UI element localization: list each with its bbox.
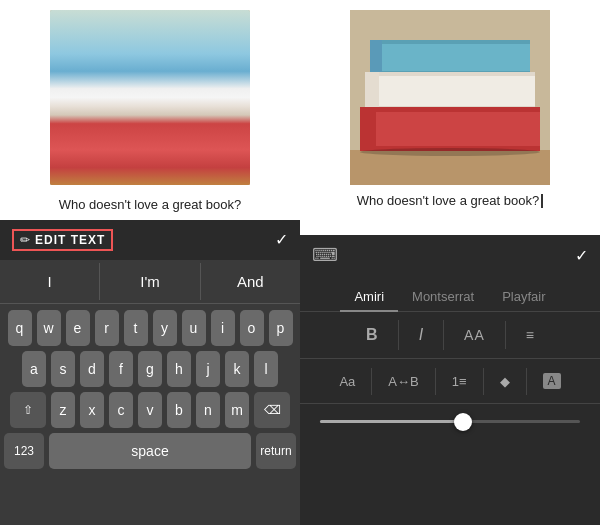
- suggestion-3[interactable]: And: [201, 263, 300, 300]
- key-a[interactable]: a: [22, 351, 46, 387]
- keyboard-row-1: q w e r t y u i o p: [4, 310, 296, 346]
- key-e[interactable]: e: [66, 310, 90, 346]
- font-montserrat[interactable]: Montserrat: [398, 283, 488, 312]
- pencil-icon: ✏: [20, 233, 30, 247]
- left-book-image: [50, 10, 250, 185]
- right-caption: Who doesn't love a great book?: [357, 185, 543, 216]
- toolbar-top-row: ⌨ ✓: [300, 235, 600, 275]
- style-buttons-row: B I AA ≡: [300, 312, 600, 359]
- line-height-label: 1≡: [452, 374, 467, 389]
- svg-rect-18: [370, 40, 530, 44]
- svg-rect-21: [365, 72, 535, 110]
- font-size-slider[interactable]: [320, 420, 580, 423]
- key-r[interactable]: r: [95, 310, 119, 346]
- key-h[interactable]: h: [167, 351, 191, 387]
- right-checkmark-button[interactable]: ✓: [575, 246, 588, 265]
- key-t[interactable]: t: [124, 310, 148, 346]
- svg-rect-9: [65, 72, 79, 110]
- key-o[interactable]: o: [240, 310, 264, 346]
- svg-rect-1: [50, 150, 250, 185]
- svg-rect-11: [60, 107, 240, 112]
- key-x[interactable]: x: [80, 392, 104, 428]
- svg-rect-6: [65, 72, 235, 110]
- key-c[interactable]: c: [109, 392, 133, 428]
- svg-rect-4: [70, 71, 230, 75]
- font-selector: Amiri Montserrat Playfair: [300, 275, 600, 312]
- key-p[interactable]: p: [269, 310, 293, 346]
- background-button[interactable]: A: [527, 367, 577, 395]
- edit-text-label: EDIT TEXT: [35, 233, 105, 247]
- svg-rect-28: [360, 107, 376, 151]
- key-d[interactable]: d: [80, 351, 104, 387]
- key-k[interactable]: k: [225, 351, 249, 387]
- key-shift[interactable]: ⇧: [10, 392, 46, 428]
- left-checkmark-button[interactable]: ✓: [275, 230, 288, 249]
- svg-rect-8: [65, 106, 235, 110]
- svg-rect-3: [70, 40, 230, 44]
- key-backspace[interactable]: ⌫: [254, 392, 290, 428]
- edit-text-outline[interactable]: ✏ EDIT TEXT: [12, 229, 113, 251]
- svg-rect-25: [360, 107, 540, 151]
- italic-button[interactable]: I: [399, 320, 444, 350]
- font-size-label: Aa: [339, 374, 355, 389]
- color-button[interactable]: ◆: [484, 368, 527, 395]
- align-button[interactable]: ≡: [506, 321, 554, 349]
- key-f[interactable]: f: [109, 351, 133, 387]
- svg-rect-26: [360, 107, 540, 112]
- right-panel: Who doesn't love a great book? ⌨ ✓ Amiri…: [300, 0, 600, 525]
- keyboard-row-3: ⇧ z x c v b n m ⌫: [4, 392, 296, 428]
- svg-rect-22: [365, 72, 535, 76]
- key-space[interactable]: space: [49, 433, 251, 469]
- left-panel: Who doesn't love a great book? ✏ EDIT TE…: [0, 0, 300, 525]
- key-i[interactable]: i: [211, 310, 235, 346]
- key-q[interactable]: q: [8, 310, 32, 346]
- key-j[interactable]: j: [196, 351, 220, 387]
- key-b[interactable]: b: [167, 392, 191, 428]
- svg-rect-12: [60, 146, 240, 151]
- svg-rect-20: [370, 40, 382, 75]
- letter-spacing-label: A↔B: [388, 374, 418, 389]
- key-n[interactable]: n: [196, 392, 220, 428]
- key-m[interactable]: m: [225, 392, 249, 428]
- suggestion-1[interactable]: I: [0, 263, 100, 300]
- left-caption: Who doesn't love a great book?: [59, 185, 241, 220]
- svg-point-29: [360, 148, 540, 156]
- key-v[interactable]: v: [138, 392, 162, 428]
- slider-thumb[interactable]: [454, 413, 472, 431]
- letter-spacing-button[interactable]: A↔B: [372, 368, 435, 395]
- font-playfair[interactable]: Playfair: [488, 283, 559, 312]
- font-size-button[interactable]: Aa: [323, 368, 372, 395]
- svg-rect-10: [60, 107, 240, 151]
- edit-text-left-group: ✏ EDIT TEXT: [12, 229, 113, 251]
- svg-rect-2: [70, 40, 230, 75]
- svg-rect-17: [370, 40, 530, 75]
- color-icon: ◆: [500, 374, 510, 389]
- edit-text-bar[interactable]: ✏ EDIT TEXT ✓: [0, 220, 300, 260]
- slider-row: [300, 404, 600, 439]
- key-y[interactable]: y: [153, 310, 177, 346]
- key-return[interactable]: return: [256, 433, 296, 469]
- key-l[interactable]: l: [254, 351, 278, 387]
- svg-rect-24: [365, 72, 379, 110]
- key-u[interactable]: u: [182, 310, 206, 346]
- keyboard-row-2: a s d f g h j k l: [4, 351, 296, 387]
- text-cursor: [541, 194, 543, 208]
- suggestion-2[interactable]: I'm: [100, 263, 200, 300]
- svg-rect-5: [70, 40, 82, 75]
- keyboard-icon[interactable]: ⌨: [312, 244, 338, 266]
- svg-rect-7: [65, 72, 235, 76]
- left-phone-card: Who doesn't love a great book?: [0, 0, 300, 220]
- caps-button[interactable]: AA: [444, 321, 506, 349]
- bold-button[interactable]: B: [346, 320, 399, 350]
- key-123[interactable]: 123: [4, 433, 44, 469]
- key-w[interactable]: w: [37, 310, 61, 346]
- key-z[interactable]: z: [51, 392, 75, 428]
- key-g[interactable]: g: [138, 351, 162, 387]
- svg-point-14: [60, 148, 240, 156]
- line-height-button[interactable]: 1≡: [436, 368, 484, 395]
- svg-rect-0: [50, 10, 250, 185]
- formatting-toolbar: ⌨ ✓ Amiri Montserrat Playfair B I AA ≡ A…: [300, 235, 600, 525]
- font-amiri[interactable]: Amiri: [340, 283, 398, 312]
- word-suggestions: I I'm And: [0, 260, 300, 304]
- key-s[interactable]: s: [51, 351, 75, 387]
